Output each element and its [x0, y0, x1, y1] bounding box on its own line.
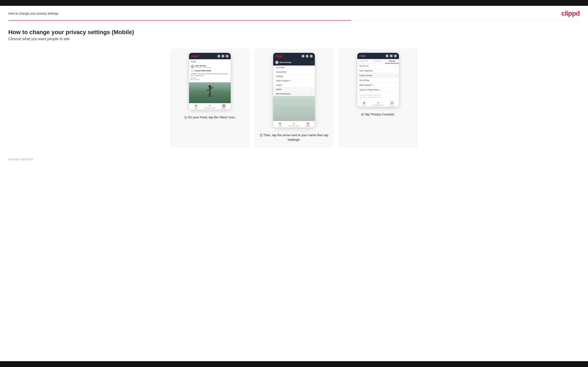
svg-point-16	[307, 55, 308, 56]
phone-topbar-2: clippd	[273, 53, 315, 59]
svg-point-14	[302, 55, 303, 57]
svg-line-10	[210, 93, 211, 97]
bottom-bar	[0, 361, 588, 367]
post-avatar	[191, 65, 194, 68]
feed-tab[interactable]: Feed	[189, 59, 231, 63]
post-user: Blair McHarg Yesterday · Sunningdale	[191, 65, 229, 68]
settings-item-service-privacy[interactable]: Service & Privacy Policy ↗	[357, 88, 399, 92]
search-icon-3[interactable]	[386, 54, 389, 57]
svg-point-3	[227, 56, 227, 56]
step-1-caption: 1) On your Feed, tap the 'Menu' icon.	[184, 115, 236, 120]
nav-performance-3[interactable]: My Performance	[371, 101, 385, 106]
menu-user-row[interactable]: Blair McHarg ∧	[273, 59, 315, 66]
phone-logo-2: clippd	[275, 54, 283, 58]
settings-item-privacy-controls[interactable]: Privacy Controls >	[357, 73, 399, 78]
nav-menu[interactable]: Menu	[217, 104, 231, 109]
search-icon[interactable]	[217, 55, 220, 58]
svg-point-24	[395, 56, 396, 56]
user-icon[interactable]	[222, 55, 225, 58]
performance-icon-3	[377, 101, 380, 104]
performance-chevron-icon: ∨	[311, 93, 312, 95]
settings-item-my-account[interactable]: My Account >	[357, 64, 399, 68]
step-2-card: clippd	[254, 49, 334, 147]
phone-icons-2	[302, 55, 313, 58]
page-heading: How to change your privacy settings (Mob…	[8, 29, 580, 35]
step-3-card: < Back	[338, 49, 418, 147]
nav-performance-2[interactable]: My Performance	[287, 122, 301, 127]
menu-item-connections[interactable]: Connections	[273, 70, 315, 74]
data-integrations-arrow-icon: >	[396, 70, 397, 72]
step-1-card: clippd Feed	[170, 49, 250, 147]
svg-rect-26	[391, 102, 394, 102]
tab-settings[interactable]: Settings	[385, 59, 399, 63]
phone-logo-1: clippd	[191, 54, 199, 58]
phone-mockup-1: clippd Feed	[189, 53, 231, 109]
svg-rect-12	[222, 105, 225, 106]
svg-line-7	[207, 89, 210, 91]
phone-icons-1	[217, 55, 229, 58]
home-chevron-icon: ∨	[311, 89, 312, 91]
user-icon-3[interactable]	[390, 54, 393, 57]
nav-close-2[interactable]: Menu	[301, 122, 315, 127]
menu-user-left: Blair McHarg	[275, 61, 291, 64]
menu-item-settings[interactable]: Settings	[273, 74, 315, 79]
logo: clippd	[561, 9, 580, 17]
home-icon-3	[363, 101, 366, 104]
lesson-desc: Looking to feel like my hands are exitin…	[191, 73, 229, 76]
performance-icon-2	[293, 122, 295, 125]
svg-point-21	[386, 55, 388, 56]
phone-topbar-1: clippd	[189, 53, 231, 59]
svg-point-17	[311, 56, 311, 56]
menu-chevron-icon: ∧	[311, 61, 313, 64]
tab-connections[interactable]: Connections	[371, 59, 385, 63]
back-label: Back	[361, 55, 365, 57]
menu-item-logout[interactable]: Logout	[273, 83, 315, 87]
lesson-duration: Duration01 hr : 30 min	[191, 77, 229, 80]
settings-icon-2[interactable]	[310, 55, 313, 58]
svg-point-25	[395, 55, 396, 57]
settings-item-help-support[interactable]: Help & Support ↗	[357, 83, 399, 88]
phone-bottom-nav-1: Home My Performance Menu	[189, 103, 231, 109]
copyright-text: Copyright Clippd 2022	[8, 158, 33, 161]
nav-home[interactable]: Home	[189, 104, 203, 109]
menu-panel: My Profile Connections Settings Help & S…	[273, 66, 315, 96]
search-icon-2[interactable]	[302, 55, 304, 58]
svg-rect-28	[391, 103, 394, 104]
settings-back-bar: < Back	[357, 53, 399, 59]
nav-performance-label: My Performance	[205, 107, 215, 109]
settings-icon[interactable]	[226, 55, 229, 58]
back-button[interactable]: < Back	[359, 55, 365, 57]
menu-item-my-profile[interactable]: My Profile	[273, 66, 315, 70]
post-name: Blair McHarg	[196, 65, 211, 67]
menu-user-name: Blair McHarg	[280, 61, 291, 63]
nav-menu-label-3: Menu	[390, 104, 394, 106]
svg-rect-11	[222, 105, 225, 105]
nav-performance-label-3: My Performance	[373, 104, 383, 106]
nav-performance[interactable]: My Performance	[203, 104, 217, 109]
my-account-arrow-icon: >	[396, 65, 397, 67]
lesson-icon	[191, 69, 194, 72]
settings-icon-3[interactable]	[394, 54, 397, 57]
svg-point-5	[209, 85, 211, 88]
settings-item-data-integrations[interactable]: Data Integrations >	[357, 68, 399, 73]
nav-menu-3[interactable]: Menu	[385, 101, 399, 106]
golf-image	[189, 82, 231, 103]
lesson-title: Lesson with Fordy	[194, 70, 211, 72]
svg-point-23	[391, 55, 392, 56]
svg-line-22	[388, 56, 388, 57]
page-subheading: Choose what you want people to see	[8, 37, 580, 41]
svg-line-9	[208, 93, 210, 97]
svg-point-18	[311, 55, 312, 57]
settings-item-my-golf-bag[interactable]: My Golf Bag >	[357, 78, 399, 83]
nav-home-2[interactable]: Home	[273, 122, 287, 127]
phone-bg-overlay	[273, 96, 315, 121]
nav-home-label: Home	[194, 107, 198, 109]
menu-item-help[interactable]: Help & Support ↗	[273, 79, 315, 83]
menu-section-home[interactable]: Home ∨	[273, 87, 315, 92]
menu-section-performance[interactable]: My Performance ∨	[273, 92, 315, 96]
nav-home-3[interactable]: Home	[357, 101, 371, 106]
tab-my-profile[interactable]: My Profile	[357, 59, 371, 63]
header-title: How to change your privacy settings	[8, 12, 59, 15]
header: How to change your privacy settings clip…	[0, 6, 588, 20]
user-icon-2[interactable]	[306, 55, 309, 58]
